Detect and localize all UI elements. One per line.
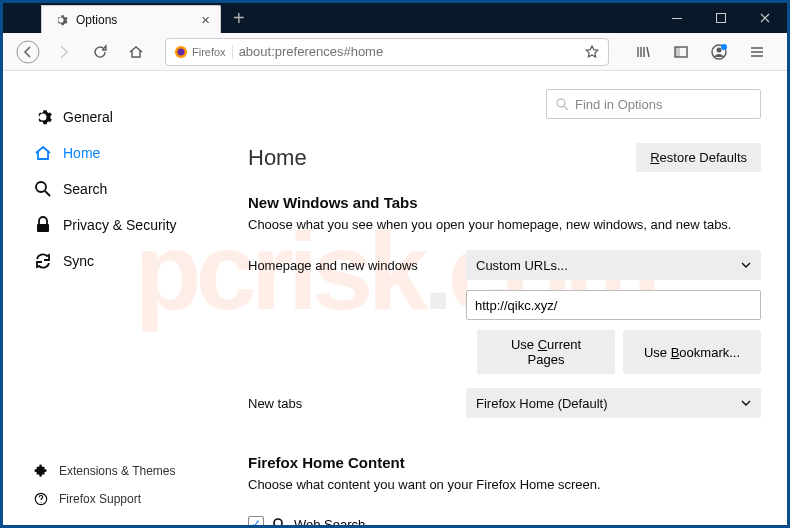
chevron-down-icon — [741, 262, 751, 268]
sidebar-label: Home — [63, 145, 100, 161]
gear-icon — [54, 13, 68, 27]
search-icon — [272, 517, 286, 525]
sidebar-label: Search — [63, 181, 107, 197]
svg-point-8 — [717, 47, 722, 52]
check-label: Web Search — [294, 517, 365, 526]
svg-point-4 — [178, 48, 185, 55]
homepage-dropdown[interactable]: Custom URLs... — [466, 250, 761, 280]
use-current-button[interactable]: Use Current Pages — [477, 330, 615, 374]
reload-button[interactable] — [85, 37, 115, 67]
svg-rect-1 — [717, 14, 726, 23]
close-icon[interactable]: × — [201, 11, 210, 28]
sidebar-item-search[interactable]: Search — [33, 171, 218, 207]
url-text: about:preferences#home — [239, 44, 578, 59]
back-button[interactable] — [13, 37, 43, 67]
svg-point-9 — [721, 44, 727, 50]
sidebar-label: Sync — [63, 253, 94, 269]
gear-icon — [33, 107, 53, 127]
sidebar: General Home Search Privacy & Security S… — [3, 71, 218, 525]
find-placeholder: Find in Options — [575, 97, 662, 112]
sync-icon — [33, 251, 53, 271]
section-heading: Firefox Home Content — [248, 454, 761, 471]
url-bar[interactable]: Firefox about:preferences#home — [165, 38, 609, 66]
firefox-badge: Firefox — [174, 45, 233, 59]
sidebar-label: Firefox Support — [59, 492, 141, 506]
homepage-url-input[interactable] — [466, 290, 761, 320]
svg-rect-6 — [675, 47, 680, 57]
newtabs-dropdown[interactable]: Firefox Home (Default) — [466, 388, 761, 418]
checkbox-icon: ✓ — [248, 516, 264, 525]
sidebar-label: General — [63, 109, 113, 125]
page-title: Home — [248, 145, 307, 171]
new-tab-button[interactable]: + — [221, 3, 257, 33]
homepage-label: Homepage and new windows — [248, 258, 466, 273]
navbar: Firefox about:preferences#home — [3, 33, 787, 71]
content-area: Find in Options Home Restore Defaults Ne… — [218, 71, 787, 525]
section-sub: Choose what content you want on your Fir… — [248, 477, 761, 492]
sidebar-item-support[interactable]: Firefox Support — [33, 485, 176, 513]
question-icon — [33, 491, 49, 507]
home-icon — [33, 143, 53, 163]
svg-point-2 — [17, 41, 39, 63]
tab-title: Options — [76, 13, 193, 27]
sidebar-item-privacy[interactable]: Privacy & Security — [33, 207, 218, 243]
newtabs-label: New tabs — [248, 396, 466, 411]
sidebar-label: Extensions & Themes — [59, 464, 176, 478]
svg-point-10 — [36, 182, 46, 192]
sidebar-item-extensions[interactable]: Extensions & Themes — [33, 457, 176, 485]
forward-button[interactable] — [49, 37, 79, 67]
svg-point-14 — [274, 519, 282, 525]
library-icon[interactable] — [629, 38, 657, 66]
web-search-checkbox-row[interactable]: ✓ Web Search — [248, 510, 761, 525]
sidebar-label: Privacy & Security — [63, 217, 177, 233]
home-button[interactable] — [121, 37, 151, 67]
titlebar: Options × + — [3, 3, 787, 33]
use-bookmark-button[interactable]: Use Bookmark... — [623, 330, 761, 374]
lock-icon — [33, 215, 53, 235]
close-window-button[interactable] — [743, 3, 787, 33]
section-heading: New Windows and Tabs — [248, 194, 761, 211]
sidebar-icon[interactable] — [667, 38, 695, 66]
find-input[interactable]: Find in Options — [546, 89, 761, 119]
restore-defaults-button[interactable]: Restore Defaults — [636, 143, 761, 172]
search-icon — [33, 179, 53, 199]
sidebar-item-general[interactable]: General — [33, 99, 218, 135]
svg-rect-0 — [672, 18, 682, 19]
section-sub: Choose what you see when you open your h… — [248, 217, 761, 232]
window-controls — [655, 3, 787, 33]
chevron-down-icon — [741, 400, 751, 406]
svg-rect-11 — [37, 224, 49, 232]
puzzle-icon — [33, 463, 49, 479]
maximize-button[interactable] — [699, 3, 743, 33]
menu-icon[interactable] — [743, 38, 771, 66]
svg-point-13 — [557, 99, 565, 107]
sidebar-item-home[interactable]: Home — [33, 135, 218, 171]
minimize-button[interactable] — [655, 3, 699, 33]
sidebar-item-sync[interactable]: Sync — [33, 243, 218, 279]
browser-tab[interactable]: Options × — [41, 5, 221, 33]
account-icon[interactable] — [705, 38, 733, 66]
star-icon[interactable] — [584, 44, 600, 60]
